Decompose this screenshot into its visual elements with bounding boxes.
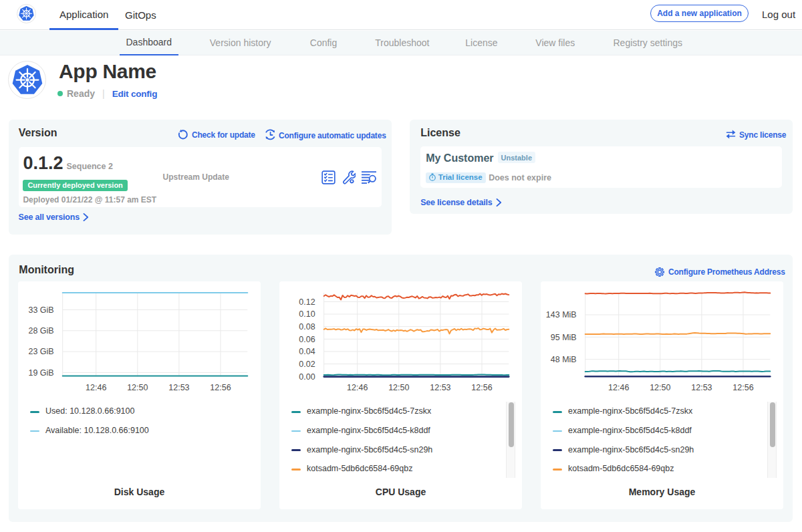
svg-text:0.08: 0.08 bbox=[299, 322, 315, 331]
svg-text:12:56: 12:56 bbox=[210, 382, 231, 392]
svg-text:12:46: 12:46 bbox=[608, 382, 629, 392]
svg-text:0.10: 0.10 bbox=[299, 309, 315, 319]
svg-text:33 GiB: 33 GiB bbox=[28, 305, 53, 314]
svg-text:0.02: 0.02 bbox=[299, 359, 315, 368]
svg-text:0.06: 0.06 bbox=[299, 334, 315, 344]
svg-text:48 MiB: 48 MiB bbox=[551, 355, 577, 364]
svg-text:95 MiB: 95 MiB bbox=[551, 332, 577, 342]
svg-text:0.12: 0.12 bbox=[299, 297, 315, 306]
svg-text:23 GiB: 23 GiB bbox=[28, 347, 53, 356]
svg-text:12:53: 12:53 bbox=[691, 382, 712, 392]
svg-text:12:53: 12:53 bbox=[430, 382, 450, 392]
svg-text:12:50: 12:50 bbox=[127, 382, 148, 392]
svg-text:12:50: 12:50 bbox=[650, 382, 670, 392]
svg-text:12:56: 12:56 bbox=[732, 382, 753, 392]
svg-text:12:53: 12:53 bbox=[168, 382, 189, 392]
svg-text:143 MiB: 143 MiB bbox=[546, 310, 577, 319]
svg-text:0.00: 0.00 bbox=[299, 372, 315, 381]
svg-text:0.04: 0.04 bbox=[299, 347, 315, 356]
svg-text:12:46: 12:46 bbox=[347, 382, 368, 392]
svg-text:28 GiB: 28 GiB bbox=[28, 326, 53, 336]
svg-text:12:50: 12:50 bbox=[388, 382, 409, 392]
svg-text:19 GiB: 19 GiB bbox=[28, 368, 53, 377]
svg-text:12:46: 12:46 bbox=[86, 382, 106, 392]
svg-text:12:56: 12:56 bbox=[471, 382, 492, 392]
